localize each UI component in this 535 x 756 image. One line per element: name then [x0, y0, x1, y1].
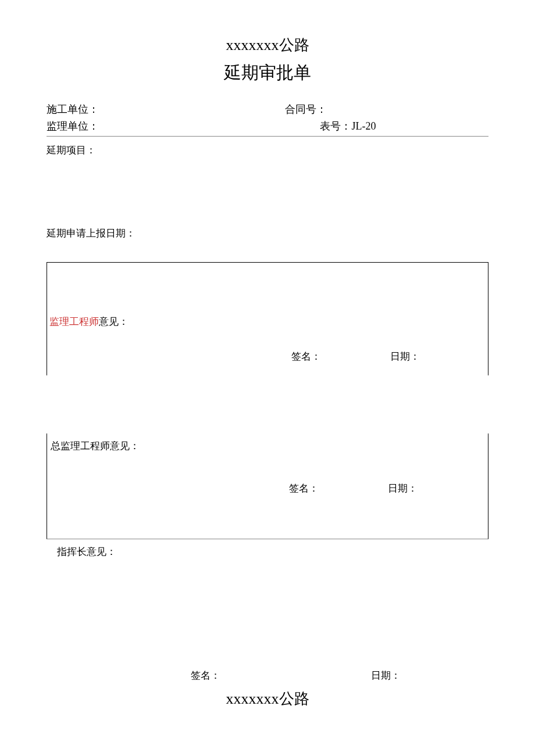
chief-supervisor-sign-row: 签名： 日期： [51, 482, 482, 496]
supervisor-date-label: 日期： [390, 350, 420, 363]
chief-supervisor-opinion-label: 总监理工程师意见： [51, 439, 482, 453]
supervisor-opinion-suffix: 意见： [99, 316, 129, 327]
header-info-row-1: 施工单位： 合同号： [47, 101, 488, 118]
supervisor-sign-row: 签名： 日期： [53, 350, 482, 364]
header-divider [47, 136, 488, 137]
delay-project-blank-area [47, 162, 488, 220]
delay-report-date-label: 延期申请上报日期： [47, 227, 488, 240]
commander-opinion-label: 指挥长意见： [57, 545, 488, 558]
chief-supervisor-opinion-box: 总监理工程师意见： 签名： 日期： [47, 433, 488, 539]
footer-road-name: xxxxxxx公路 [47, 689, 488, 709]
header-info-row-2: 监理单位： 表号：JL-20 [47, 118, 488, 135]
form-title: 延期审批单 [47, 61, 488, 85]
construction-unit-label: 施工单位： [47, 101, 285, 118]
chief-supervisor-sign-label: 签名： [289, 482, 319, 495]
commander-sign-row: 签名： 日期： [57, 669, 488, 683]
delay-project-label: 延期项目： [47, 144, 488, 157]
contract-no-label: 合同号： [285, 101, 488, 118]
form-no-label: 表号：JL-20 [285, 118, 488, 135]
supervisor-sign-label: 签名： [291, 350, 321, 363]
commander-opinion-block: 指挥长意见： 签名： 日期： [47, 545, 488, 683]
chief-supervisor-date-label: 日期： [388, 482, 418, 495]
delay-report-blank-area [47, 245, 488, 256]
road-name-title: xxxxxxx公路 [47, 35, 488, 55]
supervisor-opinion-prefix: 监理工程师 [49, 316, 99, 327]
supervision-unit-label: 监理单位： [47, 118, 285, 135]
commander-date-label: 日期： [371, 669, 401, 682]
supervisor-opinion-box: 监理工程师意见： 签名： 日期： [47, 262, 488, 375]
commander-sign-label: 签名： [191, 669, 220, 682]
supervisor-opinion-label: 监理工程师意见： [49, 315, 129, 328]
